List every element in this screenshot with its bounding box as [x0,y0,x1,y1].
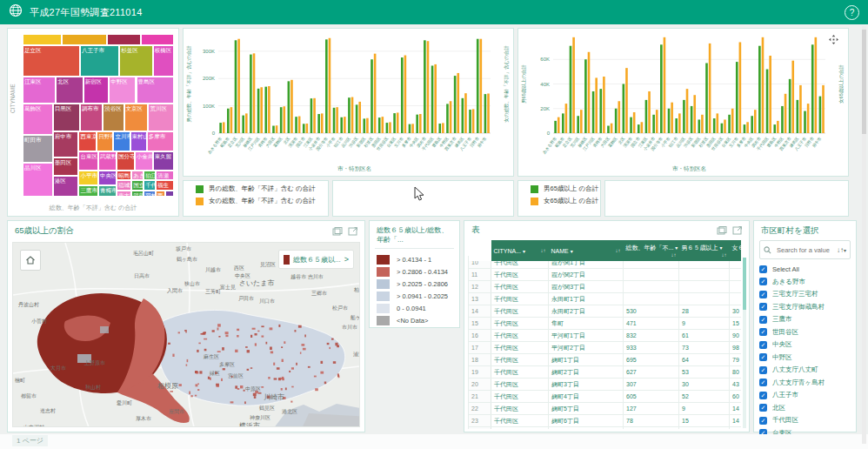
table-row[interactable]: 11千代田区霞が関2丁目 [469,269,742,281]
bar[interactable] [442,123,444,133]
bar[interactable] [389,122,391,133]
bar[interactable] [374,54,377,133]
bar[interactable] [427,41,430,133]
bar[interactable] [668,109,671,133]
legend-item[interactable]: 女65歳以上 の合計 [531,197,600,205]
column-header[interactable]: 男６５歳以上 ▾↓↑ [679,240,730,262]
bar[interactable] [260,87,263,133]
bar[interactable] [371,59,373,133]
bar[interactable] [799,85,802,133]
treemap-tile[interactable]: 品川区 [23,163,53,197]
bar[interactable] [223,122,225,133]
bar[interactable] [462,98,464,133]
city-checkbox-item[interactable]: ✓千代田区 [759,414,851,427]
bar[interactable] [686,89,689,133]
bar[interactable] [625,68,628,133]
select-all-item[interactable]: ✓Select All [759,263,851,276]
map-screenshot-icon[interactable] [331,226,344,237]
bar[interactable] [698,119,700,133]
bar[interactable] [815,37,818,133]
bar[interactable] [716,113,718,133]
bar[interactable] [611,124,613,133]
treemap-tile[interactable]: 調布市 [80,104,103,131]
checkbox-checked-icon[interactable]: ✓ [759,404,767,412]
bar[interactable] [393,113,396,133]
bar[interactable] [409,124,411,133]
treemap-tile[interactable] [107,34,140,45]
bar[interactable] [633,112,636,133]
table-row[interactable]: 16千代田区平河町1丁目8326190 [469,330,742,342]
bar[interactable] [638,124,640,133]
bar[interactable] [739,42,742,133]
bar[interactable] [469,110,471,133]
table-row[interactable]: 17千代田区平河町2丁目9337398 [469,342,742,354]
bar[interactable] [340,117,343,133]
bar[interactable] [230,107,233,133]
treemap-tile[interactable]: 墨田区 [53,157,79,176]
bar[interactable] [819,97,822,133]
table-row[interactable]: 14千代田区永田町2丁目5302830 [469,305,742,318]
city-checkbox-item[interactable]: ✓あきる野市 [759,276,851,289]
seniors-by-city-bar-chart[interactable]: 020K40K60Kあきる野市昭島市足立区荒川区板橋区江戸川区青梅市大田区葛飾区… [518,29,848,176]
bar[interactable] [317,114,320,133]
total-by-city-bar-chart[interactable]: 0100K200K300Kあきる野市昭島市足立区荒川区板橋区江戸川区青梅市大田区… [184,29,513,176]
bar[interactable] [313,98,316,133]
bar[interactable] [416,115,418,133]
city-checkbox-item[interactable]: ✓三鷹市 [759,313,851,326]
treemap-tile[interactable]: 台東区 [78,151,98,171]
treemap-tile[interactable]: 八王子市 [80,45,119,77]
treemap-tile[interactable]: 西東京市 [78,131,97,151]
bar[interactable] [603,77,605,133]
bar[interactable] [652,115,655,133]
bar[interactable] [724,119,726,133]
bar[interactable] [599,89,602,133]
treemap-tile[interactable]: 武蔵野 [98,151,117,171]
table-scrollbar[interactable] [743,258,746,428]
table-row[interactable]: 22千代田区麹町5丁目127914 [469,403,742,415]
treemap-tile[interactable]: 府中市 [53,131,79,157]
bar[interactable] [781,106,784,133]
bar[interactable] [424,40,426,133]
bar[interactable] [484,94,487,133]
bar[interactable] [333,108,336,133]
bar[interactable] [472,109,475,133]
treemap-tile[interactable]: 多摩市 [147,131,174,151]
city-checkbox-item[interactable]: ✓世田谷区 [759,326,851,339]
bar[interactable] [713,118,716,133]
treemap-tile[interactable]: 西 [156,191,164,197]
treemap-tile[interactable]: 町田市 [23,135,53,163]
bar[interactable] [397,112,399,133]
bar[interactable] [351,97,354,133]
bar[interactable] [401,57,404,133]
bar[interactable] [381,117,384,133]
bar[interactable] [804,111,806,133]
treemap-tile[interactable]: 目黒区 [53,104,80,131]
city-checkbox-item[interactable]: ✓中央区 [759,338,851,352]
bar[interactable] [789,79,791,133]
bar[interactable] [758,46,761,133]
bar[interactable] [705,63,708,133]
bar[interactable] [554,121,557,133]
bar[interactable] [411,124,414,133]
bar[interactable] [769,56,771,133]
bar[interactable] [721,124,724,133]
bar[interactable] [630,117,632,133]
treemap-tile[interactable] [141,34,174,45]
bar[interactable] [348,97,351,133]
bar[interactable] [446,104,449,133]
bar[interactable] [450,101,452,133]
treemap-tile[interactable]: 荒川区 [148,104,174,131]
bar[interactable] [807,104,810,133]
table-row[interactable]: 24千代田区紀尾井町3085216 [469,427,742,430]
bar[interactable] [656,110,658,133]
bar[interactable] [675,118,678,133]
search-box[interactable]: ↓↑▾ [759,240,851,259]
bar[interactable] [577,116,579,133]
bar[interactable] [295,117,297,133]
bar[interactable] [766,70,769,133]
table-row[interactable]: 20千代田区麹町3丁目3073043 [469,379,742,391]
bar[interactable] [276,125,278,133]
bar[interactable] [268,86,270,133]
checkbox-checked-icon[interactable]: ✓ [759,265,767,273]
bar[interactable] [477,39,479,133]
